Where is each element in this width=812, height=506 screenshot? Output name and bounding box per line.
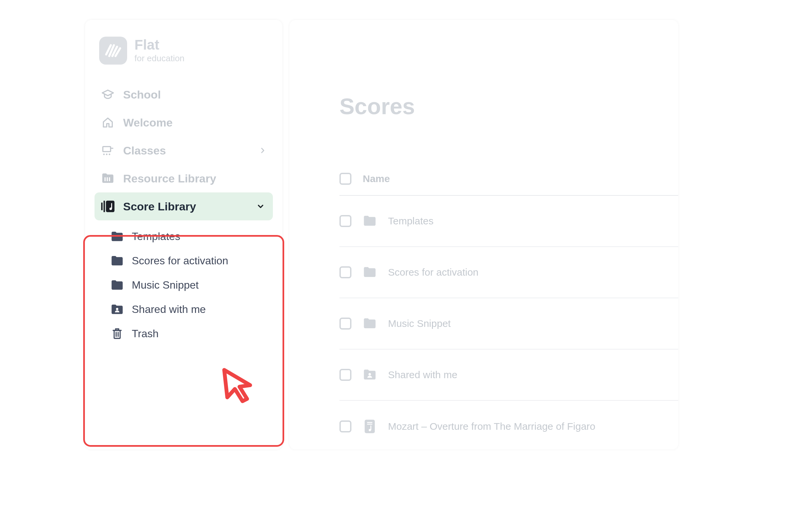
svg-point-2 (106, 154, 107, 155)
trash-icon (110, 328, 124, 340)
sidebar-item-classes[interactable]: Classes (94, 137, 273, 164)
row-name: Templates (388, 216, 434, 227)
row-checkbox[interactable] (340, 266, 351, 278)
row-checkbox[interactable] (340, 420, 351, 432)
submenu-item-label: Shared with me (132, 303, 206, 316)
shared-folder-icon (363, 368, 377, 381)
submenu-item-label: Music Snippet (132, 279, 199, 291)
folder-icon (110, 279, 124, 291)
column-header-name: Name (363, 173, 390, 184)
sidebar-item-label: Welcome (123, 116, 173, 129)
table-row[interactable]: Mozart – Overture from The Marriage of F… (340, 401, 678, 452)
table-row[interactable]: Shared with me (340, 349, 678, 401)
scores-table: Name Templates Scores for activation Mus… (340, 162, 678, 452)
submenu-item-templates[interactable]: Templates (94, 224, 273, 249)
sidebar: Flat for education School Welcome Classe… (85, 20, 282, 449)
svg-rect-0 (103, 147, 110, 152)
row-checkbox[interactable] (340, 369, 351, 381)
submenu-item-label: Scores for activation (132, 255, 228, 267)
svg-point-15 (369, 429, 371, 431)
sidebar-item-label: Score Library (123, 200, 196, 213)
svg-rect-8 (103, 201, 105, 212)
submenu-item-label: Templates (132, 230, 180, 243)
score-library-icon (101, 200, 114, 213)
brand-logo-icon (99, 36, 127, 65)
svg-point-3 (109, 154, 110, 155)
score-file-icon (363, 420, 377, 433)
sidebar-item-label: School (123, 88, 161, 101)
svg-rect-5 (107, 177, 108, 181)
submenu-item-label: Trash (132, 328, 159, 340)
sidebar-item-welcome[interactable]: Welcome (94, 108, 273, 137)
graduation-cap-icon (101, 88, 114, 101)
main-panel: Scores Name Templates Scores for activat… (289, 20, 678, 449)
row-name: Shared with me (388, 369, 457, 381)
svg-rect-4 (104, 177, 105, 181)
sidebar-item-score-library[interactable]: Score Library (94, 192, 273, 221)
brand-tagline: for education (134, 53, 184, 64)
chevron-down-icon (256, 202, 265, 211)
row-checkbox[interactable] (340, 215, 351, 227)
row-checkbox[interactable] (340, 318, 351, 330)
submenu-item-trash[interactable]: Trash (94, 322, 273, 346)
submenu-item-scores-for-activation[interactable]: Scores for activation (94, 249, 273, 273)
svg-rect-7 (101, 203, 102, 210)
sidebar-item-label: Resource Library (123, 172, 216, 185)
folder-icon (363, 317, 377, 330)
svg-point-10 (109, 207, 112, 210)
sidebar-item-label: Classes (123, 144, 166, 157)
table-row[interactable]: Templates (340, 196, 678, 247)
svg-point-13 (368, 373, 371, 375)
page-title: Scores (340, 93, 678, 119)
folder-icon (363, 266, 377, 279)
row-name: Music Snippet (388, 318, 451, 329)
submenu-item-shared-with-me[interactable]: Shared with me (94, 297, 273, 322)
score-library-submenu: Templates Scores for activation Music Sn… (94, 224, 273, 346)
row-name: Scores for activation (388, 267, 478, 278)
sidebar-item-resource-library[interactable]: Resource Library (94, 164, 273, 192)
home-icon (101, 116, 114, 129)
svg-rect-12 (114, 330, 120, 338)
brand-block: Flat for education (99, 36, 273, 65)
select-all-checkbox[interactable] (340, 173, 351, 185)
svg-rect-6 (109, 177, 110, 181)
folder-icon (110, 231, 124, 243)
sidebar-item-school[interactable]: School (94, 81, 273, 108)
folder-icon (110, 255, 124, 267)
library-folder-icon (101, 172, 114, 185)
table-row[interactable]: Scores for activation (340, 247, 678, 298)
shared-folder-icon (110, 304, 124, 316)
classes-icon (101, 144, 114, 157)
svg-rect-9 (106, 201, 114, 212)
submenu-item-music-snippet[interactable]: Music Snippet (94, 273, 273, 297)
chevron-right-icon (259, 147, 266, 154)
row-name: Mozart – Overture from The Marriage of F… (388, 421, 595, 432)
table-row[interactable]: Music Snippet (340, 298, 678, 349)
table-header-row: Name (340, 162, 678, 196)
svg-point-1 (103, 154, 105, 155)
svg-point-11 (116, 308, 118, 310)
brand-name: Flat (134, 38, 184, 52)
folder-icon (363, 215, 377, 227)
